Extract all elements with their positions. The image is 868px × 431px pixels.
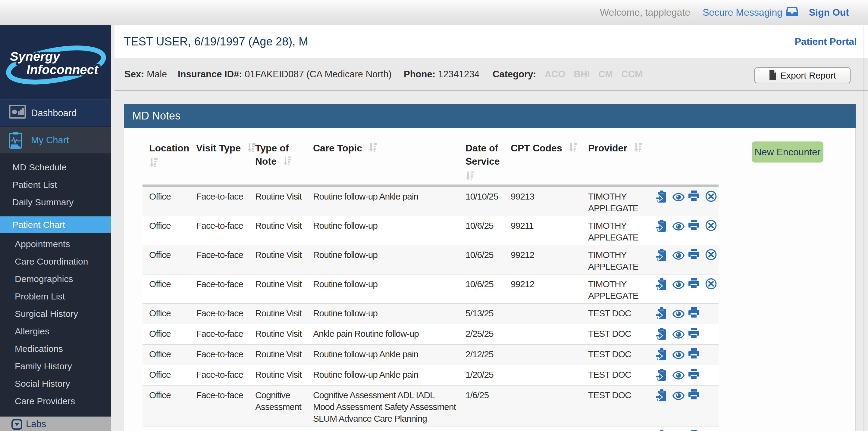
sort-icon[interactable] (149, 158, 158, 167)
cell-actions-delete (701, 344, 719, 365)
view-icon[interactable] (673, 330, 684, 341)
sidebar-nav-sub: AppointmentsCare CoordinationDemographic… (0, 235, 111, 410)
view-icon[interactable] (673, 370, 684, 382)
cell-location: Office (143, 304, 189, 324)
export-report-button[interactable]: Export Report (754, 67, 850, 84)
cell-cpt-codes (504, 344, 582, 365)
view-icon[interactable] (673, 280, 684, 292)
cell-actions-sign (651, 216, 673, 245)
logo[interactable]: Synergy Infoconnect (0, 25, 111, 99)
sidebar-item-family-history[interactable]: Family History (0, 358, 111, 375)
my-chart-icon (9, 132, 22, 150)
print-icon[interactable] (688, 389, 699, 403)
cell-cpt-codes: 99212 (504, 274, 582, 304)
cell-care-topic: Cognitive Assessment ADL IADL Mood Asses… (306, 386, 459, 427)
sidebar-item-surgical-history[interactable]: Surgical History (0, 305, 111, 323)
column-header-type-of-note[interactable]: Type of Note (249, 141, 306, 186)
sidebar-item-md-schedule[interactable]: MD Schedule (0, 159, 111, 176)
print-icon[interactable] (688, 369, 699, 382)
view-icon[interactable] (673, 350, 684, 362)
patient-title: TEST USER, 6/19/1997 (Age 28), M (124, 25, 308, 58)
sidebar-item-social-history[interactable]: Social History (0, 375, 111, 393)
cell-date-of-service: 2/25/25 (459, 324, 504, 344)
sign-note-icon[interactable] (655, 307, 667, 322)
cell-visit-type: Face-to-face (189, 365, 249, 386)
cell-provider: TEST DOC (582, 386, 651, 427)
cell-care-topic: Routine follow-up (306, 274, 459, 304)
cell-type-of-note: Routine Visit (249, 324, 306, 344)
sort-icon[interactable] (568, 143, 578, 152)
sidebar-item-patient-list[interactable]: Patient List (0, 176, 111, 194)
cell-type-of-note: Routine Visit (249, 365, 306, 386)
cell-actions-sign (651, 427, 673, 431)
column-header-care-topic[interactable]: Care Topic (306, 141, 459, 186)
table-row: OfficeFace-to-faceRoutine VisitRoutine f… (143, 274, 719, 304)
column-header-date-of-service[interactable]: Date of Service (459, 141, 504, 186)
delete-icon[interactable] (705, 249, 717, 263)
print-icon[interactable] (688, 328, 699, 341)
print-icon[interactable] (688, 220, 699, 233)
view-icon[interactable] (673, 309, 684, 321)
sidebar-item-care-coordination[interactable]: Care Coordination (0, 253, 111, 270)
svg-text:Infoconnect: Infoconnect (27, 63, 99, 77)
sign-out-link[interactable]: Sign Out (809, 0, 849, 25)
sidebar-item-dashboard[interactable]: Dashboard (0, 99, 111, 126)
print-icon[interactable] (688, 249, 699, 262)
sidebar-item-care-providers[interactable]: Care Providers (0, 393, 111, 410)
sex-field: Sex: Male (124, 58, 167, 90)
column-header-location[interactable]: Location (143, 141, 189, 186)
sidebar-item-allergies[interactable]: Allergies (0, 323, 111, 340)
table-header: Location Visit Type Type of Note Care To… (143, 141, 719, 186)
print-icon[interactable] (688, 307, 699, 321)
view-icon[interactable] (673, 251, 684, 262)
sign-note-icon[interactable] (655, 278, 667, 293)
sign-note-icon[interactable] (655, 369, 667, 384)
md-notes-table: Location Visit Type Type of Note Care To… (143, 141, 719, 431)
view-icon[interactable] (673, 391, 684, 403)
sign-note-icon[interactable] (655, 249, 667, 264)
cell-location: Office (143, 274, 189, 304)
sign-note-icon[interactable] (655, 348, 667, 363)
sort-icon[interactable] (465, 171, 474, 180)
cell-cpt-codes (504, 365, 582, 386)
category-value: ACO (545, 69, 565, 79)
sidebar-item-medications[interactable]: Medications (0, 340, 111, 358)
print-icon[interactable] (688, 278, 699, 292)
sidebar-item-appointments[interactable]: Appointments (0, 235, 111, 253)
view-icon[interactable] (673, 192, 684, 204)
sidebar-item-demographics[interactable]: Demographics (0, 270, 111, 288)
sidebar-item-labs[interactable]: Labs (0, 417, 111, 431)
print-icon[interactable] (688, 191, 699, 204)
cell-actions-sign (651, 386, 673, 427)
cell-visit-type: Face-to-face (189, 304, 249, 324)
sidebar-item-patient-chart[interactable]: Patient Chart (0, 217, 111, 233)
sidebar-item-problem-list[interactable]: Problem List (0, 288, 111, 305)
sign-note-icon[interactable] (655, 328, 667, 342)
sort-icon[interactable] (633, 143, 643, 152)
sort-icon[interactable] (369, 143, 377, 152)
cell-visit-type: Face-to-face (189, 216, 249, 245)
column-header-cpt-codes[interactable]: CPT Codes (504, 141, 582, 186)
sidebar-item-daily-summary[interactable]: Daily Summary (0, 194, 111, 211)
welcome-text: Welcome, tapplegate (600, 0, 690, 25)
sign-note-icon[interactable] (655, 191, 667, 205)
sort-icon[interactable] (247, 143, 256, 152)
sign-note-icon[interactable] (655, 220, 667, 234)
cell-type-of-note: Routine Visit (249, 274, 306, 304)
cell-actions-delete (701, 427, 719, 431)
delete-icon[interactable] (705, 191, 717, 205)
cell-actions-sign (651, 274, 673, 304)
delete-icon[interactable] (705, 278, 717, 292)
sign-note-icon[interactable] (655, 389, 667, 404)
sidebar-item-my-chart[interactable]: My Chart (0, 127, 111, 154)
view-icon[interactable] (673, 222, 684, 233)
cell-visit-type: Face-to-face (189, 386, 249, 427)
new-encounter-button[interactable]: New Encounter (752, 141, 824, 163)
column-header-provider[interactable]: Provider (582, 141, 651, 186)
delete-icon[interactable] (705, 220, 717, 234)
secure-messaging-link[interactable]: Secure Messaging (703, 0, 798, 25)
print-icon[interactable] (688, 348, 699, 362)
column-header-visit-type[interactable]: Visit Type (189, 141, 249, 186)
patient-portal-link[interactable]: Patient Portal (795, 25, 857, 58)
sort-icon[interactable] (283, 156, 292, 166)
